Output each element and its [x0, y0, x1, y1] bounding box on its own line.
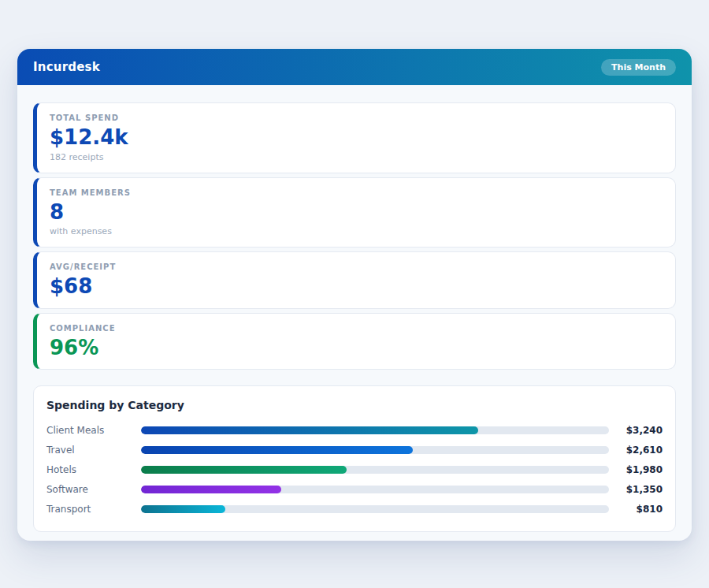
- chart-row-hotels: Hotels $1,980: [46, 460, 663, 479]
- value-label: $810: [617, 504, 663, 515]
- period-badge[interactable]: This Month: [601, 59, 676, 76]
- bar-track: [141, 505, 609, 513]
- value-label: $2,610: [617, 445, 663, 456]
- stat-card-total-spend: TOTAL SPEND $12.4k 182 receipts: [33, 102, 676, 173]
- value-label: $1,350: [617, 484, 663, 495]
- app-container: Incurdesk This Month TOTAL SPEND $12.4k …: [17, 49, 692, 541]
- bar-track: [141, 466, 609, 474]
- stat-subtext: with expenses: [50, 226, 663, 236]
- chart-title: Spending by Category: [46, 399, 663, 411]
- category-label: Client Meals: [46, 425, 141, 436]
- chart-row-travel: Travel $2,610: [46, 440, 663, 460]
- value-label: $1,980: [617, 464, 663, 475]
- bar-fill: [141, 446, 413, 454]
- stat-card-compliance: COMPLIANCE 96%: [33, 313, 676, 370]
- app-header: Incurdesk This Month: [17, 49, 692, 85]
- chart-rows: Client Meals $3,240 Travel $2,610 Hotels: [46, 420, 663, 519]
- bar-fill: [141, 426, 478, 434]
- category-label: Software: [46, 484, 141, 495]
- bar-track: [141, 426, 609, 434]
- stat-value: $12.4k: [50, 126, 663, 149]
- stat-label: TEAM MEMBERS: [50, 188, 663, 197]
- bar-track: [141, 486, 609, 493]
- stat-label: AVG/RECEIPT: [50, 262, 663, 271]
- stat-label: COMPLIANCE: [50, 324, 663, 333]
- stat-value: $68: [50, 275, 663, 298]
- stat-card-team-members: TEAM MEMBERS 8 with expenses: [33, 177, 676, 248]
- bar-fill: [141, 505, 225, 513]
- chart-row-software: Software $1,350: [46, 479, 663, 499]
- stat-subtext: 182 receipts: [50, 152, 663, 162]
- stat-label: TOTAL SPEND: [50, 114, 663, 122]
- category-label: Travel: [46, 445, 141, 456]
- spending-chart-card: Spending by Category Client Meals $3,240…: [33, 385, 676, 532]
- stat-card-avg-receipt: AVG/RECEIPT $68: [33, 251, 676, 309]
- main-content: TOTAL SPEND $12.4k 182 receipts TEAM MEM…: [17, 85, 692, 532]
- bar-fill: [141, 466, 347, 474]
- category-label: Transport: [46, 504, 141, 515]
- stat-value: 8: [50, 201, 663, 224]
- category-label: Hotels: [46, 464, 141, 475]
- chart-row-transport: Transport $810: [46, 499, 663, 519]
- value-label: $3,240: [617, 425, 663, 436]
- bar-track: [141, 446, 609, 454]
- bar-fill: [141, 486, 281, 493]
- chart-row-client-meals: Client Meals $3,240: [46, 420, 663, 440]
- app-title: Incurdesk: [33, 60, 100, 74]
- stat-value: 96%: [50, 337, 663, 359]
